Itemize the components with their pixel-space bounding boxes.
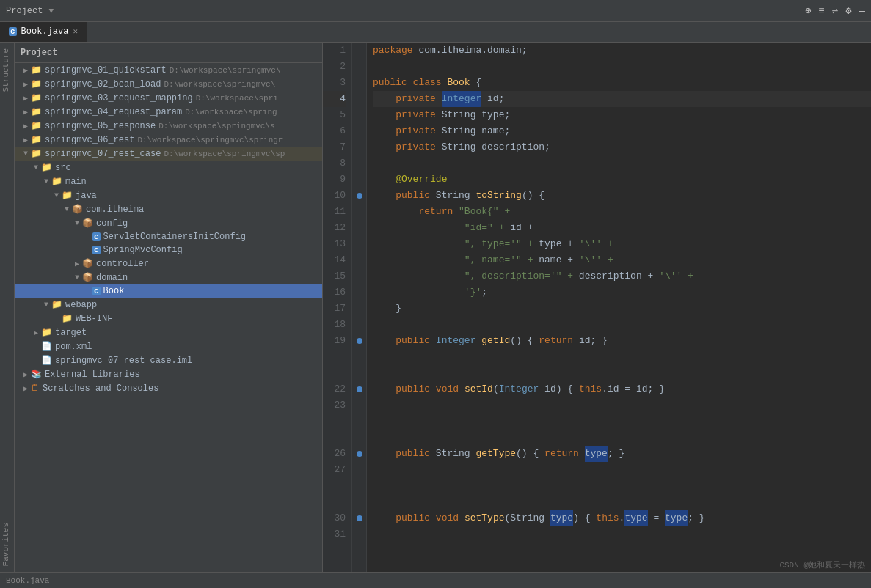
code-line-9: @Override bbox=[373, 172, 871, 188]
structure-tab[interactable]: Structure bbox=[0, 43, 14, 98]
gutter-14 bbox=[352, 252, 366, 268]
line-num-25 bbox=[323, 430, 346, 446]
arrow-springmvc02 bbox=[21, 80, 31, 89]
code-editor[interactable]: 1 2 3 4 5 6 7 8 9 10 11 12 13 14 15 16 1… bbox=[323, 43, 871, 572]
gutter-28 bbox=[352, 478, 366, 494]
project-dropdown-icon[interactable]: ▼ bbox=[48, 7, 54, 15]
folder-icon-springmvc07: 📁 bbox=[31, 148, 42, 159]
arrow-target bbox=[31, 328, 41, 337]
arrow-scratches bbox=[21, 384, 31, 393]
code-line-5: private String type; bbox=[373, 107, 871, 123]
code-line-16: '}'; bbox=[373, 284, 871, 301]
tree-item-springmvc05[interactable]: 📁 springmvc_05_response D:\workspace\spr… bbox=[15, 119, 322, 133]
gutter-30 bbox=[352, 510, 366, 526]
tree-item-src[interactable]: 📁 src bbox=[15, 161, 322, 174]
tree-item-config[interactable]: 📦 config bbox=[15, 216, 322, 230]
class-icon-servlet: c bbox=[92, 232, 101, 241]
tree-item-java[interactable]: 📁 java bbox=[15, 188, 322, 202]
sidebar-content[interactable]: 📁 springmvc_01_quickstart D:\workspace\s… bbox=[15, 63, 322, 572]
line-num-1: 1 bbox=[323, 43, 346, 59]
tree-item-main[interactable]: 📁 main bbox=[15, 174, 322, 188]
tree-item-springmvc06[interactable]: 📁 springmvc_06_rest D:\workspace\springm… bbox=[15, 133, 322, 147]
code-line-24 bbox=[373, 414, 871, 430]
line-num-8: 8 bbox=[323, 155, 346, 172]
scratch-icon: 🗒 bbox=[31, 383, 40, 394]
arrow-src bbox=[31, 163, 41, 172]
code-line-11: return "Book{" + bbox=[373, 204, 871, 220]
tree-item-servlet-config[interactable]: c ServletContainersInitConfig bbox=[15, 230, 322, 243]
tree-item-springmvc01[interactable]: 📁 springmvc_01_quickstart D:\workspace\s… bbox=[15, 63, 322, 77]
tree-item-webapp[interactable]: 📁 webapp bbox=[15, 298, 322, 312]
tree-item-target[interactable]: 📁 target bbox=[15, 326, 322, 339]
tree-item-book[interactable]: c Book bbox=[15, 284, 322, 298]
arrow-controller bbox=[72, 260, 82, 268]
sync-icon[interactable]: ⇌ bbox=[832, 4, 838, 17]
code-line-17: } bbox=[373, 301, 871, 317]
gutter-19 bbox=[352, 333, 366, 349]
arrow-extlibs bbox=[21, 370, 31, 379]
tab-book-java[interactable]: c Book.java ✕ bbox=[0, 22, 87, 42]
add-icon[interactable]: ⊕ bbox=[805, 4, 811, 17]
tree-item-com-itheima[interactable]: 📦 com.itheima bbox=[15, 202, 322, 216]
code-line-27 bbox=[373, 462, 871, 478]
top-bar-actions: ⊕ ≡ ⇌ ⚙ — bbox=[805, 4, 865, 17]
gutter-21 bbox=[352, 365, 366, 381]
line-num-13: 13 bbox=[323, 236, 346, 252]
left-vertical-tabs: Structure Favorites bbox=[0, 43, 15, 572]
editor-content[interactable]: 1 2 3 4 5 6 7 8 9 10 11 12 13 14 15 16 1… bbox=[323, 43, 871, 572]
favorites-tab[interactable]: Favorites bbox=[0, 517, 14, 572]
tree-item-pom-xml[interactable]: 📄 pom.xml bbox=[15, 339, 322, 353]
gutter-2 bbox=[352, 59, 366, 75]
code-line-18 bbox=[373, 317, 871, 333]
code-line-28 bbox=[373, 478, 871, 494]
tab-close-icon[interactable]: ✕ bbox=[73, 26, 78, 36]
gutter-26 bbox=[352, 446, 366, 462]
arrow-main bbox=[41, 177, 51, 185]
class-icon-book: c bbox=[92, 287, 101, 295]
tab-label: Book.java bbox=[21, 26, 69, 37]
line-num-21 bbox=[323, 365, 346, 381]
settings-icon[interactable]: ⚙ bbox=[845, 4, 851, 17]
top-bar: Project ▼ ⊕ ≡ ⇌ ⚙ — bbox=[0, 0, 871, 22]
line-num-30: 30 bbox=[323, 510, 346, 526]
arrow-springmvc01 bbox=[21, 66, 31, 75]
line-num-31: 31 bbox=[323, 526, 346, 543]
folder-icon-main: 📁 bbox=[51, 176, 62, 187]
gutter-24 bbox=[352, 414, 366, 430]
line-num-3: 3 bbox=[323, 75, 346, 91]
package-icon-domain: 📦 bbox=[82, 272, 93, 283]
tree-item-springmvc03[interactable]: 📁 springmvc_03_request_mapping D:\worksp… bbox=[15, 91, 322, 105]
gutter-33 bbox=[352, 559, 366, 572]
gutter-3 bbox=[352, 75, 366, 91]
code-line-6: private String name; bbox=[373, 123, 871, 139]
tree-item-springmvc02[interactable]: 📁 springmvc_02_bean_load D:\workspace\sp… bbox=[15, 77, 322, 91]
tree-item-webinf[interactable]: 📁 WEB-INF bbox=[15, 312, 322, 326]
list-icon[interactable]: ≡ bbox=[818, 5, 824, 17]
code-area[interactable]: package com.itheima.domain; public class… bbox=[367, 43, 871, 572]
line-num-16: 16 bbox=[323, 284, 346, 301]
tree-item-springmvc04[interactable]: 📁 springmvc_04_request_param D:\workspac… bbox=[15, 105, 322, 119]
gutter-20 bbox=[352, 349, 366, 365]
minimize-icon[interactable]: — bbox=[859, 5, 865, 17]
xml-icon-pom: 📄 bbox=[41, 341, 52, 352]
tree-item-scratches[interactable]: 🗒 Scratches and Consoles bbox=[15, 381, 322, 395]
code-line-30: public void setType(String type) { this.… bbox=[373, 510, 871, 526]
line-numbers: 1 2 3 4 5 6 7 8 9 10 11 12 13 14 15 16 1… bbox=[323, 43, 352, 572]
tree-item-springmvc07[interactable]: 📁 springmvc_07_rest_case D:\workspace\sp… bbox=[15, 147, 322, 161]
line-num-6: 6 bbox=[323, 123, 346, 139]
line-num-32 bbox=[323, 543, 346, 559]
code-line-22: public void setId(Integer id) { this.id … bbox=[373, 381, 871, 397]
code-line-21 bbox=[373, 365, 871, 381]
tree-item-iml[interactable]: 📄 springmvc_07_rest_case.iml bbox=[15, 353, 322, 367]
line-num-5: 5 bbox=[323, 107, 346, 123]
folder-icon-webinf: 📁 bbox=[62, 313, 73, 324]
code-line-8 bbox=[373, 155, 871, 172]
status-text: Book.java bbox=[6, 576, 49, 585]
code-line-29 bbox=[373, 494, 871, 510]
folder-icon-springmvc06: 📁 bbox=[31, 134, 42, 145]
tree-item-external-libs[interactable]: 📚 External Libraries bbox=[15, 367, 322, 381]
tree-item-springmvc-config[interactable]: c SpringMvcConfig bbox=[15, 243, 322, 257]
tree-item-controller[interactable]: 📦 controller bbox=[15, 257, 322, 271]
tree-item-domain[interactable]: 📦 domain bbox=[15, 271, 322, 284]
line-num-28 bbox=[323, 478, 346, 494]
